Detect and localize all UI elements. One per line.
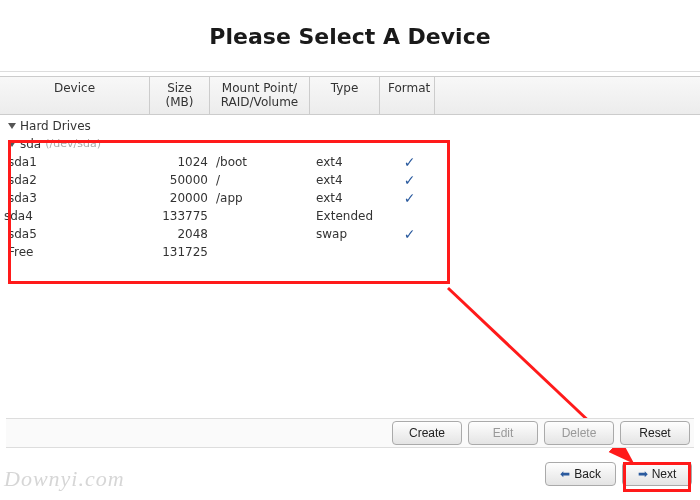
partition-name: sda4 xyxy=(4,209,33,223)
table-row[interactable]: sda4133775Extended xyxy=(4,207,700,225)
next-button[interactable]: ➡Next xyxy=(622,462,692,486)
device-sda-path: (/dev/sda) xyxy=(45,137,101,150)
checkmark-icon: ✓ xyxy=(404,172,416,188)
partition-type: ext4 xyxy=(312,191,382,205)
partition-format: ✓ xyxy=(382,226,437,242)
partition-size: 20000 xyxy=(154,191,212,205)
col-type[interactable]: Type xyxy=(310,77,380,114)
partition-mount: /boot xyxy=(212,155,312,169)
partition-toolbar: Create Edit Delete Reset xyxy=(6,418,694,448)
partition-type: ext4 xyxy=(312,155,382,169)
partition-size: 131725 xyxy=(154,245,212,259)
table-row[interactable]: sda52048swap✓ xyxy=(4,225,700,243)
col-size[interactable]: Size (MB) xyxy=(150,77,210,114)
partition-name: sda5 xyxy=(8,227,37,241)
table-row[interactable]: sda320000/appext4✓ xyxy=(4,189,700,207)
partition-size: 50000 xyxy=(154,173,212,187)
partition-size: 2048 xyxy=(154,227,212,241)
col-device[interactable]: Device xyxy=(0,77,150,114)
arrow-right-icon: ➡ xyxy=(638,467,648,481)
table-row[interactable]: Free131725 xyxy=(4,243,700,261)
nav-toolbar: ⬅Back ➡Next xyxy=(545,462,692,486)
partition-format: ✓ xyxy=(382,154,437,170)
checkmark-icon: ✓ xyxy=(404,190,416,206)
device-sda: sda xyxy=(20,137,41,151)
table-row[interactable]: sda250000/ext4✓ xyxy=(4,171,700,189)
partition-name: sda1 xyxy=(8,155,37,169)
back-button[interactable]: ⬅Back xyxy=(545,462,616,486)
partition-size: 133775 xyxy=(154,209,212,223)
partition-mount: /app xyxy=(212,191,312,205)
delete-button[interactable]: Delete xyxy=(544,421,614,445)
table-header: Device Size (MB) Mount Point/ RAID/Volum… xyxy=(0,76,700,115)
col-mount[interactable]: Mount Point/ RAID/Volume xyxy=(210,77,310,114)
page-title: Please Select A Device xyxy=(0,24,700,49)
partition-format: ✓ xyxy=(382,190,437,206)
partition-name: sda3 xyxy=(8,191,37,205)
tree-row-sda[interactable]: sda(/dev/sda) xyxy=(4,135,700,153)
partition-name: Free xyxy=(8,245,33,259)
divider xyxy=(0,71,700,72)
partition-name: sda2 xyxy=(8,173,37,187)
checkmark-icon: ✓ xyxy=(404,154,416,170)
watermark: Downyi.com xyxy=(4,466,125,492)
partition-type: swap xyxy=(312,227,382,241)
back-label: Back xyxy=(574,467,601,481)
reset-button[interactable]: Reset xyxy=(620,421,690,445)
create-button[interactable]: Create xyxy=(392,421,462,445)
col-format[interactable]: Format xyxy=(380,77,435,114)
edit-button[interactable]: Edit xyxy=(468,421,538,445)
tree-row-hard-drives[interactable]: Hard Drives xyxy=(4,117,700,135)
partition-format: ✓ xyxy=(382,172,437,188)
partition-mount: / xyxy=(212,173,312,187)
next-label: Next xyxy=(652,467,677,481)
expand-icon[interactable] xyxy=(8,123,16,129)
arrow-left-icon: ⬅ xyxy=(560,467,570,481)
partition-type: ext4 xyxy=(312,173,382,187)
device-tree: Hard Drives sda(/dev/sda) sda11024/boote… xyxy=(0,115,700,261)
checkmark-icon: ✓ xyxy=(404,226,416,242)
hard-drives-label: Hard Drives xyxy=(20,119,91,133)
expand-icon[interactable] xyxy=(8,141,16,147)
partition-size: 1024 xyxy=(154,155,212,169)
table-row[interactable]: sda11024/bootext4✓ xyxy=(4,153,700,171)
partition-type: Extended xyxy=(312,209,382,223)
